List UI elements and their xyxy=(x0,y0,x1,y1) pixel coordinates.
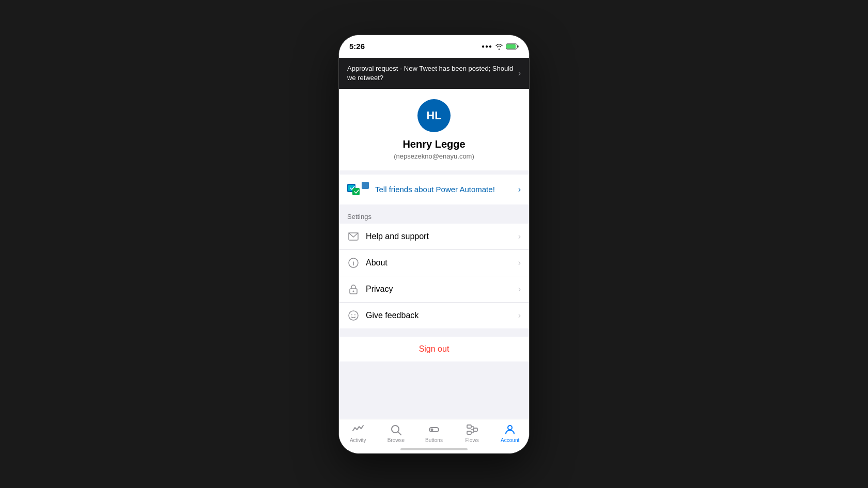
svg-rect-5 xyxy=(352,188,360,195)
tab-item-browse[interactable]: Browse xyxy=(377,423,415,443)
account-tab-label: Account xyxy=(501,437,519,443)
feedback-chevron-icon: › xyxy=(518,311,521,320)
feedback-label: Give feedback xyxy=(366,311,419,320)
svg-point-13 xyxy=(351,314,352,315)
phone-frame: 5:26 ●●● Approval request - New Tweet ha… xyxy=(338,35,530,454)
tab-item-account[interactable]: Account xyxy=(491,423,529,443)
settings-section-label: Settings xyxy=(339,204,529,224)
notification-chevron-icon: › xyxy=(518,69,521,78)
wifi-icon xyxy=(495,43,503,50)
avatar: HL xyxy=(417,99,451,132)
battery-icon xyxy=(506,43,519,50)
svg-point-12 xyxy=(349,311,358,320)
tab-item-activity[interactable]: Activity xyxy=(339,423,377,443)
tab-item-flows[interactable]: Flows xyxy=(453,423,491,443)
activity-icon xyxy=(352,423,364,436)
buttons-tab-label: Buttons xyxy=(425,437,443,443)
svg-rect-20 xyxy=(473,428,477,431)
profile-section: HL Henry Legge (nepsezekno@enayu.com) xyxy=(339,89,529,170)
browse-icon xyxy=(390,423,402,436)
home-indicator xyxy=(400,448,468,450)
notification-banner[interactable]: Approval request - New Tweet has been po… xyxy=(339,58,529,89)
flows-icon xyxy=(466,423,478,436)
status-bar: 5:26 ●●● xyxy=(339,35,529,58)
activity-tab-label: Activity xyxy=(350,437,366,443)
svg-rect-1 xyxy=(506,44,516,49)
tell-friends-label: Tell friends about Power Automate! xyxy=(375,185,495,194)
spacer-1 xyxy=(339,328,529,333)
status-icons: ●●● xyxy=(482,43,519,50)
scrollable-content: HL Henry Legge (nepsezekno@enayu.com) Te… xyxy=(339,89,529,443)
svg-text:i: i xyxy=(352,259,354,266)
svg-point-11 xyxy=(353,290,354,292)
svg-rect-19 xyxy=(467,425,471,428)
svg-line-16 xyxy=(398,432,401,435)
sign-out-button[interactable]: Sign out xyxy=(339,337,529,361)
signal-dots-icon: ●●● xyxy=(482,43,492,49)
about-label: About xyxy=(366,258,388,267)
svg-rect-2 xyxy=(518,45,519,48)
about-chevron-icon: › xyxy=(518,258,521,267)
settings-group: Help and support › i About › xyxy=(339,224,529,328)
user-email: (nepsezekno@enayu.com) xyxy=(394,152,474,160)
svg-point-18 xyxy=(430,428,433,431)
info-icon: i xyxy=(347,257,360,269)
svg-rect-6 xyxy=(362,182,369,189)
account-icon xyxy=(504,423,516,436)
privacy-chevron-icon: › xyxy=(518,285,521,294)
power-automate-icon xyxy=(347,182,370,197)
lock-icon xyxy=(347,283,360,295)
help-support-chevron-icon: › xyxy=(518,232,521,241)
envelope-icon xyxy=(347,230,360,243)
help-support-label: Help and support xyxy=(366,232,429,241)
tab-item-buttons[interactable]: Buttons xyxy=(415,423,453,443)
buttons-icon xyxy=(428,423,440,436)
user-name: Henry Legge xyxy=(402,138,465,150)
svg-point-22 xyxy=(508,426,512,430)
notification-text: Approval request - New Tweet has been po… xyxy=(347,64,518,83)
tell-friends-left: Tell friends about Power Automate! xyxy=(347,182,495,197)
sign-out-section: Sign out xyxy=(339,337,529,361)
status-time: 5:26 xyxy=(349,42,365,51)
privacy-label: Privacy xyxy=(366,285,393,294)
settings-item-help[interactable]: Help and support › xyxy=(339,224,529,250)
svg-rect-21 xyxy=(467,431,471,434)
settings-item-privacy[interactable]: Privacy › xyxy=(339,276,529,303)
settings-item-feedback[interactable]: Give feedback › xyxy=(339,303,529,328)
tell-friends-chevron-icon: › xyxy=(518,185,521,194)
browse-tab-label: Browse xyxy=(388,437,405,443)
svg-point-14 xyxy=(354,314,355,315)
smiley-icon xyxy=(347,309,360,322)
tell-friends-banner[interactable]: Tell friends about Power Automate! › xyxy=(339,175,529,204)
settings-item-about[interactable]: i About › xyxy=(339,250,529,276)
flows-tab-label: Flows xyxy=(466,437,479,443)
